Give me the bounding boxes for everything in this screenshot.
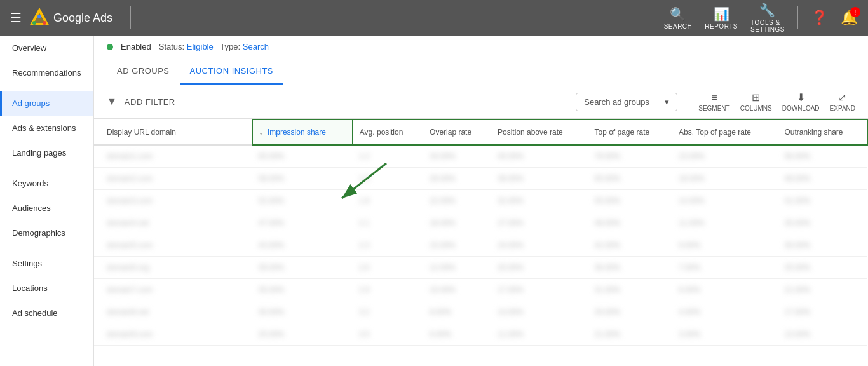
- cell-3-2: 2.1: [353, 212, 423, 234]
- cell-4-7: 30.00%: [778, 234, 867, 257]
- main-content: Enabled Status: Eligible Type: Search AD…: [94, 36, 868, 366]
- cell-3-7: 35.00%: [778, 212, 867, 234]
- sidebar-divider-1: [0, 88, 93, 88]
- type-value[interactable]: Search: [243, 42, 269, 51]
- segment-icon: ≡: [711, 92, 717, 104]
- cell-6-2: 2.9: [353, 279, 423, 301]
- filter-icon[interactable]: ▼: [107, 96, 117, 107]
- cell-2-1: 52.00%: [252, 190, 353, 212]
- reports-label: REPORTS: [705, 23, 738, 30]
- cell-2-2: 1.8: [353, 190, 423, 212]
- tab-auction-insights[interactable]: AUCTION INSIGHTS: [180, 58, 284, 85]
- table-row: domain2.com58.00%1.528.00%38.00%65.00%18…: [94, 168, 867, 190]
- navbar-divider: [130, 6, 131, 29]
- sidebar-item-keywords[interactable]: Keywords: [0, 171, 93, 196]
- toolbar: ▼ ADD FILTER Search ad groups ▾ ≡ SEGMEN…: [94, 85, 868, 119]
- sidebar-item-settings[interactable]: Settings: [0, 251, 93, 276]
- col-header-outranking-share[interactable]: Outranking share: [778, 119, 867, 145]
- svg-point-2: [37, 15, 41, 18]
- auction-insights-table: Display URL domain ↓ Impression share Av…: [94, 119, 868, 346]
- cell-3-4: 27.00%: [491, 212, 588, 234]
- cell-8-5: 21.00%: [588, 323, 672, 346]
- cell-6-3: 10.00%: [423, 279, 491, 301]
- status-enabled-dot: [107, 44, 113, 50]
- status-value[interactable]: Eligible: [187, 42, 214, 51]
- sidebar-item-overview[interactable]: Overview: [0, 36, 93, 60]
- status-detail: Status: Eligible Type: Search: [159, 42, 269, 51]
- cell-5-5: 36.00%: [588, 257, 672, 279]
- cell-2-4: 32.00%: [491, 190, 588, 212]
- cell-6-7: 21.00%: [778, 279, 867, 301]
- sidebar-divider-3: [0, 248, 93, 248]
- cell-6-0: domain7.com: [94, 279, 252, 301]
- expand-icon: ⤢: [838, 92, 846, 104]
- cell-5-3: 12.00%: [423, 257, 491, 279]
- table-body: domain1.com65.00%1.234.00%45.00%78.00%23…: [94, 145, 867, 346]
- status-bar: Enabled Status: Eligible Type: Search: [94, 36, 868, 58]
- download-button[interactable]: ⬇ DOWNLOAD: [782, 92, 820, 112]
- expand-button[interactable]: ⤢ EXPAND: [830, 92, 855, 112]
- tools-label: TOOLS &SETTINGS: [750, 19, 785, 33]
- columns-button[interactable]: ⊞ COLUMNS: [740, 92, 772, 112]
- columns-label: COLUMNS: [740, 105, 772, 112]
- search-ad-groups-input[interactable]: Search ad groups ▾: [576, 93, 677, 111]
- cell-4-0: domain5.com: [94, 234, 252, 257]
- sidebar-item-demographics[interactable]: Demographics: [0, 220, 93, 245]
- reports-icon: 📊: [714, 6, 729, 22]
- help-icon[interactable]: ❓: [811, 10, 828, 26]
- reports-nav-button[interactable]: 📊 REPORTS: [705, 6, 738, 30]
- cell-5-0: domain6.org: [94, 257, 252, 279]
- hamburger-icon[interactable]: ☰: [10, 10, 22, 25]
- cell-5-7: 25.00%: [778, 257, 867, 279]
- cell-7-1: 30.00%: [252, 301, 353, 323]
- segment-label: SEGMENT: [698, 105, 729, 112]
- search-nav-button[interactable]: 🔍 SEARCH: [664, 6, 693, 30]
- cell-0-7: 56.00%: [778, 145, 867, 168]
- cell-8-0: domain9.com: [94, 323, 252, 346]
- table-header-row: Display URL domain ↓ Impression share Av…: [94, 119, 867, 145]
- add-filter-button[interactable]: ADD FILTER: [125, 97, 175, 107]
- cell-4-2: 2.3: [353, 234, 423, 257]
- cell-1-4: 38.00%: [491, 168, 588, 190]
- sidebar-item-locations[interactable]: Locations: [0, 276, 93, 301]
- cell-7-7: 17.00%: [778, 301, 867, 323]
- tab-ad-groups[interactable]: AD GROUPS: [107, 58, 180, 85]
- col-header-impression-share[interactable]: ↓ Impression share: [252, 119, 353, 145]
- download-icon: ⬇: [797, 92, 805, 104]
- col-header-overlap-rate[interactable]: Overlap rate: [423, 119, 491, 145]
- col-header-abs-top-page-rate[interactable]: Abs. Top of page rate: [672, 119, 778, 145]
- cell-2-3: 22.00%: [423, 190, 491, 212]
- cell-0-0: domain1.com: [94, 145, 252, 168]
- tools-nav-button[interactable]: 🔧 TOOLS &SETTINGS: [750, 3, 785, 33]
- cell-2-0: domain3.com: [94, 190, 252, 212]
- notifications-button[interactable]: 🔔 !: [841, 10, 858, 26]
- sidebar-item-recommendations[interactable]: Recommendations: [0, 60, 93, 85]
- cell-7-6: 4.00%: [672, 301, 778, 323]
- col-header-position-above-rate[interactable]: Position above rate: [491, 119, 588, 145]
- sidebar-item-audiences[interactable]: Audiences: [0, 196, 93, 220]
- table-row: domain1.com65.00%1.234.00%45.00%78.00%23…: [94, 145, 867, 168]
- sidebar-item-landing-pages[interactable]: Landing pages: [0, 140, 93, 165]
- cell-6-6: 6.00%: [672, 279, 778, 301]
- col-header-avg-position[interactable]: Avg. position: [353, 119, 423, 145]
- table-row: domain5.com43.00%2.315.00%24.00%42.00%9.…: [94, 234, 867, 257]
- cell-3-6: 11.00%: [672, 212, 778, 234]
- cell-0-4: 45.00%: [491, 145, 588, 168]
- svg-point-3: [32, 21, 36, 25]
- sidebar-item-ad-schedule[interactable]: Ad schedule: [0, 301, 93, 325]
- cell-7-2: 3.2: [353, 301, 423, 323]
- navbar: ☰ Google Ads 🔍 SEARCH 📊 REPORTS 🔧 TOOLS …: [0, 0, 868, 36]
- segment-button[interactable]: ≡ SEGMENT: [698, 92, 729, 112]
- col-header-top-of-page-rate[interactable]: Top of page rate: [588, 119, 672, 145]
- sidebar-item-ad-groups[interactable]: Ad groups: [0, 91, 93, 116]
- cell-1-2: 1.5: [353, 168, 423, 190]
- table-row: domain8.net30.00%3.28.00%14.00%26.00%4.0…: [94, 301, 867, 323]
- cell-4-5: 42.00%: [588, 234, 672, 257]
- sidebar-item-ads-extensions[interactable]: Ads & extensions: [0, 116, 93, 140]
- cell-4-3: 15.00%: [423, 234, 491, 257]
- cell-1-5: 65.00%: [588, 168, 672, 190]
- search-ad-groups-label: Search ad groups: [584, 97, 649, 107]
- status-enabled-label: Enabled: [121, 42, 151, 51]
- toolbar-separator: [688, 92, 688, 111]
- table-row: domain6.org39.00%2.612.00%20.00%36.00%7.…: [94, 257, 867, 279]
